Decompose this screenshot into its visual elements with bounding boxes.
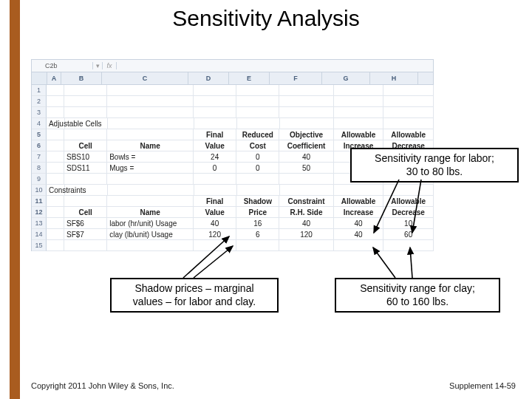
name-box: C2b <box>32 62 93 69</box>
callout-labor-range: Sensitivity range for labor; 30 to 80 lb… <box>350 148 519 183</box>
table-row: 5FinalReducedObjectiveAllowableAllowable <box>31 129 434 140</box>
callout-clay-range: Sensitivity range for clay; 60 to 160 lb… <box>335 278 500 313</box>
callout-text: Sensitivity range for labor; <box>375 152 494 164</box>
table-row: 4Adjustable Cells <box>31 118 434 129</box>
table-row: 3 <box>31 107 434 118</box>
col-e: E <box>229 72 270 84</box>
col-c: C <box>102 72 188 84</box>
table-row: 14SF$7clay (lb/unit) Usage12061204060 <box>31 229 434 240</box>
table-row: 15 <box>31 240 434 251</box>
accent-sidebar <box>10 0 20 399</box>
table-row: 10Constraints <box>31 185 434 196</box>
dropdown-icon: ▾ <box>93 62 103 69</box>
table-row: 11FinalShadowConstraintAllowableAllowabl… <box>31 196 434 207</box>
table-row: 12CellNameValuePriceR.H. SideIncreaseDec… <box>31 207 434 218</box>
footer-copyright: Copyright 2011 John Wiley & Sons, Inc. <box>31 381 174 390</box>
table-row: 1 <box>31 85 434 96</box>
col-g: G <box>322 72 370 84</box>
page-title: Sensitivity Analysis <box>0 6 532 31</box>
col-h: H <box>370 72 418 84</box>
svg-line-4 <box>373 248 395 278</box>
table-row: 2 <box>31 96 434 107</box>
col-a: A <box>47 72 61 84</box>
svg-line-5 <box>410 248 412 278</box>
formula-bar: C2b ▾ fx <box>31 59 434 72</box>
callout-shadow-prices: Shadow prices – marginal values – for la… <box>110 278 279 313</box>
column-headers: A B C D E F G H <box>31 72 434 85</box>
callout-text: Shadow prices – marginal <box>134 282 253 294</box>
callout-text: values – for labor and clay. <box>133 296 256 307</box>
col-f: F <box>270 72 322 84</box>
col-d: D <box>188 72 229 84</box>
footer-page: Supplement 14-59 <box>449 381 516 390</box>
table-row: 13SF$6labor (hr/unit) Usage4016404010 <box>31 218 434 229</box>
callout-text: 60 to 160 lbs. <box>386 296 449 307</box>
col-b: B <box>61 72 102 84</box>
fx-icon: fx <box>103 62 117 69</box>
callout-text: 30 to 80 lbs. <box>406 166 463 177</box>
callout-text: Sensitivity range for clay; <box>360 282 475 294</box>
